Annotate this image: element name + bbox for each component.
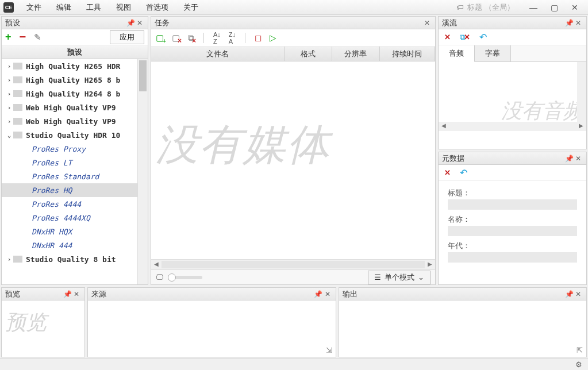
expand-arrow-icon[interactable]: › — [5, 118, 13, 125]
preset-item[interactable]: ProRes 4444XQ — [2, 211, 148, 225]
presets-pin-icon[interactable]: 📌 — [126, 19, 135, 27]
mode-label: 单个模式 — [385, 272, 414, 283]
zoom-slider[interactable] — [168, 276, 202, 279]
stop-icon[interactable]: ◻ — [255, 33, 262, 43]
mode-dropdown[interactable]: ☰ 单个模式 ⌄ — [368, 271, 431, 284]
output-popout-icon[interactable]: ⇱ — [577, 346, 583, 354]
preset-add-icon[interactable]: + — [5, 31, 11, 43]
source-panel: 来源 📌 ✕ ⇲ — [87, 287, 336, 357]
preset-label: ProRes HQ — [32, 186, 72, 195]
source-title: 来源 — [91, 289, 314, 299]
sort-asc-icon[interactable]: A↓Z — [213, 31, 221, 45]
preset-label: ProRes Proxy — [32, 145, 86, 153]
presets-title: 预设 — [5, 18, 126, 28]
preview-placeholder: 预览 — [5, 309, 47, 337]
presets-close-icon[interactable]: ✕ — [135, 19, 144, 27]
preset-label: ProRes 4444 — [32, 200, 81, 209]
streams-pin-icon[interactable]: 📌 — [564, 19, 574, 27]
metadata-close-icon[interactable]: ✕ — [574, 155, 583, 163]
metadata-pin-icon[interactable]: 📌 — [564, 155, 574, 163]
preview-close-icon[interactable]: ✕ — [72, 290, 81, 298]
menu-view[interactable]: 视图 — [109, 1, 138, 14]
preset-group[interactable]: ›Studio Quality 8 bit — [2, 252, 148, 266]
menu-preferences[interactable]: 首选项 — [139, 1, 175, 14]
output-pin-icon[interactable]: 📌 — [564, 290, 574, 298]
stream-delete-all-icon[interactable]: ✕ — [460, 33, 470, 42]
folder-icon — [13, 132, 22, 138]
expand-arrow-icon[interactable]: › — [5, 63, 13, 70]
meta-field-year[interactable] — [448, 252, 577, 263]
presets-panel: 预设 📌 ✕ + − ✎ 应用 预设 ›High Quality H265 HD… — [1, 16, 148, 285]
menu-tools[interactable]: 工具 — [79, 1, 108, 14]
source-popout-icon[interactable]: ⇲ — [326, 346, 332, 354]
preset-item[interactable]: ProRes LT — [2, 156, 148, 169]
preset-label: DNxHR 444 — [32, 241, 72, 250]
expand-arrow-icon[interactable]: › — [5, 104, 13, 111]
tab-subtitle[interactable]: 字幕 — [475, 45, 511, 61]
window-maximize[interactable]: ▢ — [544, 2, 564, 13]
window-minimize[interactable]: — — [524, 2, 543, 13]
menu-file[interactable]: 文件 — [20, 1, 48, 14]
preset-item[interactable]: ProRes Proxy — [2, 142, 148, 156]
preset-group[interactable]: ›High Quality H265 HDR — [2, 59, 148, 73]
metadata-undo-icon[interactable]: ↶ — [460, 167, 467, 178]
metadata-title: 元数据 — [442, 153, 564, 164]
streams-close-icon[interactable]: ✕ — [574, 19, 583, 27]
preview-panel: 预览 📌 ✕ 预览 — [1, 287, 85, 357]
settings-gear-icon[interactable]: ⚙ — [575, 360, 582, 369]
preset-group[interactable]: ›Web High Quality VP9 — [2, 114, 148, 128]
streams-panel: 溪流 📌 ✕ ✕ ✕ ↶ 音频 字幕 没有音频 ◀▶ — [438, 16, 587, 149]
preset-item[interactable]: ProRes 4444 — [2, 197, 148, 211]
preset-item[interactable]: ProRes HQ — [2, 183, 148, 197]
play-icon[interactable]: ▷ — [270, 33, 276, 43]
preset-scrollbar[interactable] — [137, 59, 148, 284]
task-remove-icon[interactable] — [172, 33, 180, 43]
task-table-header: 文件名 格式 分辨率 持续时间 — [151, 47, 435, 61]
preset-group[interactable]: ›High Quality H265 8 b — [2, 73, 148, 87]
app-logo: CE — [3, 2, 14, 13]
window-close[interactable]: ✕ — [565, 2, 585, 13]
global-search-hint[interactable]: 标题 （全局） — [467, 2, 514, 13]
monitor-icon[interactable]: 🖵 — [156, 273, 163, 282]
preview-pin-icon[interactable]: 📌 — [63, 290, 72, 298]
preset-item[interactable]: DNxHR 444 — [2, 238, 148, 252]
preset-item[interactable]: DNxHR HQX — [2, 225, 148, 238]
expand-arrow-icon[interactable]: › — [5, 90, 13, 98]
menu-about[interactable]: 关于 — [176, 1, 205, 14]
preset-label: High Quality H264 8 b — [26, 90, 120, 98]
stream-undo-icon[interactable]: ↶ — [479, 32, 487, 43]
tasks-close-icon[interactable]: ✕ — [422, 19, 432, 27]
streams-hscrollbar[interactable]: ◀▶ — [439, 122, 586, 131]
col-resolution[interactable]: 分辨率 — [332, 47, 380, 61]
tab-audio[interactable]: 音频 — [439, 45, 475, 62]
task-remove-all-icon[interactable] — [188, 33, 194, 43]
preset-group[interactable]: ›Web High Quality VP9 — [2, 101, 148, 114]
preset-group[interactable]: ›High Quality H264 8 b — [2, 87, 148, 101]
metadata-clear-icon[interactable]: ✕ — [444, 168, 451, 177]
preset-group[interactable]: ⌄Studio Quality HDR 10 — [2, 128, 148, 142]
preset-apply-button[interactable]: 应用 — [110, 30, 144, 44]
preset-item[interactable]: ProRes Standard — [2, 169, 148, 183]
output-close-icon[interactable]: ✕ — [574, 290, 583, 298]
preset-tree[interactable]: ›High Quality H265 HDR›High Quality H265… — [2, 59, 148, 284]
meta-field-title[interactable] — [448, 199, 577, 210]
meta-field-name[interactable] — [448, 226, 577, 236]
menu-edit[interactable]: 编辑 — [49, 1, 78, 14]
preset-remove-icon[interactable]: − — [20, 30, 26, 44]
meta-label-name: 名称： — [448, 214, 577, 225]
stream-delete-icon[interactable]: ✕ — [444, 33, 451, 41]
source-close-icon[interactable]: ✕ — [323, 290, 332, 298]
tasks-title: 任务 — [155, 18, 422, 28]
col-duration[interactable]: 持续时间 — [380, 47, 435, 61]
streams-vscrollbar[interactable] — [577, 62, 586, 122]
task-add-icon[interactable]: ▢ — [156, 33, 164, 43]
preset-edit-icon[interactable]: ✎ — [34, 32, 41, 43]
expand-arrow-icon[interactable]: ⌄ — [5, 132, 13, 139]
col-format[interactable]: 格式 — [285, 47, 332, 61]
tasks-hscrollbar[interactable]: ◀▶ — [151, 259, 435, 269]
expand-arrow-icon[interactable]: › — [5, 256, 13, 263]
expand-arrow-icon[interactable]: › — [5, 76, 13, 84]
sort-desc-icon[interactable]: Z↓A — [229, 31, 236, 45]
col-filename[interactable]: 文件名 — [151, 47, 285, 61]
source-pin-icon[interactable]: 📌 — [314, 290, 323, 298]
